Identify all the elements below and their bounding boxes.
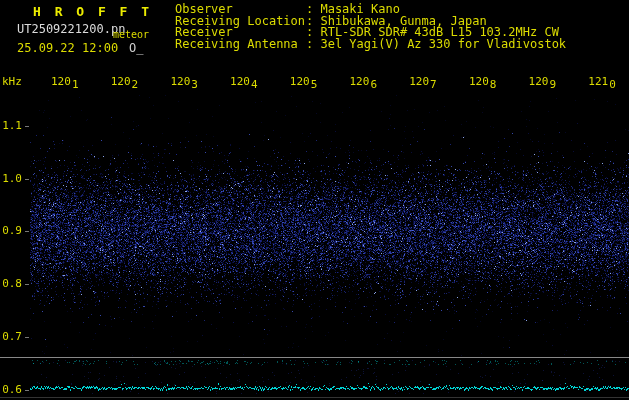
x-axis-tick-label: 1202: [111, 76, 138, 87]
x-axis-tick-label: 1207: [409, 76, 436, 87]
x-axis-tick-label: 1201: [51, 76, 78, 87]
y-axis-tick: [25, 390, 29, 391]
x-axis-tick-label: 1205: [290, 76, 317, 87]
y-axis-tick-label: 0.7: [2, 331, 22, 342]
y-axis-tick-label: 1.0: [2, 173, 22, 184]
x-axis-tick-label: 1209: [529, 76, 556, 87]
x-axis-tick-label: 1204: [230, 76, 257, 87]
chart-axes-layer: 1201120212031204120512061207120812091210…: [0, 0, 629, 400]
y-axis-tick: [25, 337, 29, 338]
hrofft-screen: H R O F F T UT2509221200.pn meteor 25.09…: [0, 0, 629, 400]
y-axis-tick-label: 0.9: [2, 225, 22, 236]
y-axis-tick: [25, 284, 29, 285]
y-axis-tick-label: 0.8: [2, 278, 22, 289]
x-axis-tick-label: 1203: [170, 76, 197, 87]
y-axis-tick: [25, 179, 29, 180]
x-axis-tick-label: 1206: [350, 76, 377, 87]
y-axis-tick-label: 1.1: [2, 120, 22, 131]
x-axis-tick-label: 1208: [469, 76, 496, 87]
y-axis-tick-label: 0.6: [2, 384, 22, 395]
y-axis-tick: [25, 126, 29, 127]
x-axis-tick-label: 1210: [588, 76, 615, 87]
y-axis-tick: [25, 231, 29, 232]
